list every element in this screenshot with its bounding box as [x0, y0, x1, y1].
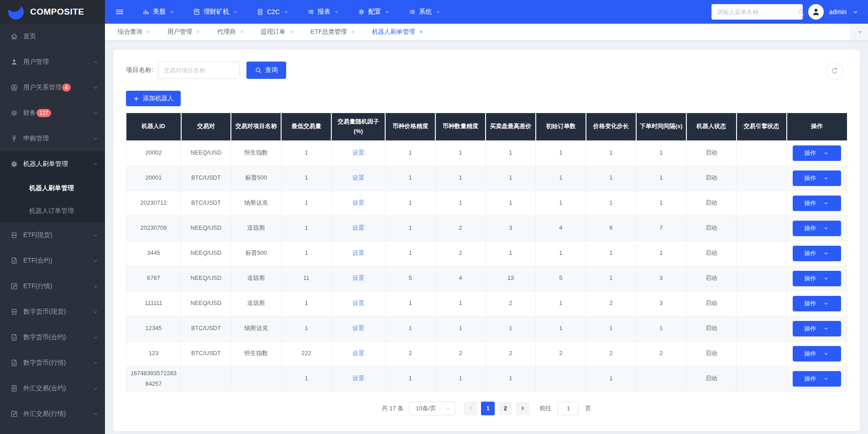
random-factor-cell: 设置	[331, 366, 385, 391]
page-button-2[interactable]: 2	[498, 402, 512, 415]
tab-2[interactable]: 代理商	[211, 24, 255, 40]
sidebar-item-5[interactable]: 机器人刷单管理	[0, 151, 105, 177]
sidebar-subitem-5-0[interactable]: 机器人刷单管理	[0, 177, 105, 200]
page-button-1[interactable]: 1	[481, 402, 495, 415]
sidebar-item-3[interactable]: 财务127	[0, 100, 105, 126]
tab-overflow-button[interactable]	[851, 24, 868, 40]
tab-5[interactable]: 机器人刷单管理	[366, 24, 434, 40]
random-factor-cell: 设置	[331, 241, 385, 266]
sidebar-item-6[interactable]: ETF(现货)	[0, 222, 105, 248]
topnav-item-4[interactable]: 配置	[358, 8, 390, 16]
row-action-button[interactable]: 操作	[793, 271, 841, 286]
sidebar-item-10[interactable]: 数字货币(合约)	[0, 325, 105, 350]
set-link[interactable]: 设置	[352, 375, 364, 382]
prev-page-button[interactable]	[464, 402, 477, 415]
table-cell: 7	[636, 216, 686, 241]
subscribe-icon	[10, 134, 18, 143]
chevron-down-icon	[384, 9, 390, 15]
project-name-input[interactable]	[158, 62, 240, 79]
table-cell: BTC/USDT	[181, 165, 231, 191]
tab-4[interactable]: ETF总类管理	[304, 24, 366, 40]
set-link[interactable]: 设置	[352, 199, 364, 206]
topnav-item-3[interactable]: 报表	[307, 8, 340, 16]
chevron-down-icon	[283, 9, 289, 15]
tab-3[interactable]: 提现订单	[255, 24, 304, 40]
tab-label: 用户管理	[167, 24, 192, 40]
set-link[interactable]: 设置	[352, 174, 364, 181]
table-cell: 启动	[686, 291, 737, 316]
sidebar-item-0[interactable]: 首页	[0, 24, 105, 49]
refresh-button[interactable]	[826, 62, 843, 80]
topnav-item-1[interactable]: 理财矿机	[193, 8, 238, 16]
set-link[interactable]: 设置	[352, 350, 364, 356]
row-action-button[interactable]: 操作	[793, 371, 841, 387]
next-page-button[interactable]	[516, 402, 529, 415]
tab-1[interactable]: 用户管理	[161, 24, 211, 40]
sidebar-item-8[interactable]: ETF(行情)	[0, 274, 105, 299]
username[interactable]: admin	[829, 8, 847, 16]
sidebar-subitem-5-1[interactable]: 机器人订单管理	[0, 200, 105, 222]
row-action-button[interactable]: 操作	[793, 346, 841, 362]
topnav-item-5[interactable]: 系统	[408, 8, 441, 16]
set-link[interactable]: 设置	[352, 149, 364, 156]
topnav-item-0[interactable]: 美股	[142, 8, 175, 16]
goto-page-input[interactable]	[558, 402, 579, 415]
sidebar-item-12[interactable]: 外汇交易(合约)	[0, 376, 105, 401]
table-cell: 标普500	[231, 165, 281, 191]
sidebar-item-1[interactable]: 用户管理	[0, 49, 105, 75]
tab-close-icon[interactable]	[289, 29, 294, 35]
page-size-select[interactable]: 10条/页	[409, 402, 455, 415]
menu-search-input[interactable]	[717, 9, 797, 16]
set-link[interactable]: 设置	[352, 325, 364, 331]
row-action-button[interactable]: 操作	[793, 321, 841, 336]
tab-close-icon[interactable]	[350, 29, 356, 35]
sidebar-item-13[interactable]: 外汇交易(行情)	[0, 401, 105, 427]
column-header: 币种价格精度	[385, 113, 435, 140]
set-link[interactable]: 设置	[352, 224, 364, 231]
table-cell: 1	[385, 241, 435, 266]
tab-0[interactable]: 综合查询	[111, 24, 161, 40]
table-row: 20002NEEQ/USD恒生指数1设置111111启动操作	[126, 140, 847, 165]
row-action-button[interactable]: 操作	[793, 246, 841, 261]
sidebar-item-9[interactable]: 数字货币(现货)	[0, 299, 105, 325]
avatar[interactable]	[808, 4, 824, 20]
sidebar-item-7[interactable]: ETF(合约)	[0, 248, 105, 274]
table-cell: 1	[536, 316, 586, 341]
row-action-button[interactable]: 操作	[793, 145, 841, 161]
sidebar-item-4[interactable]: 申购管理	[0, 126, 105, 151]
tab-close-icon[interactable]	[418, 29, 424, 35]
row-action-button[interactable]: 操作	[793, 296, 841, 311]
table-cell: 2	[435, 341, 486, 366]
list-icon	[307, 8, 314, 16]
tab-close-icon[interactable]	[239, 29, 245, 35]
table-cell: 1	[486, 316, 536, 341]
tab-close-icon[interactable]	[146, 29, 151, 35]
set-link[interactable]: 设置	[352, 300, 364, 306]
menu-search[interactable]	[711, 4, 803, 20]
row-action-button[interactable]: 操作	[793, 170, 841, 186]
topnav-item-2[interactable]: C2C	[256, 8, 289, 16]
table-cell: 1	[636, 241, 686, 266]
row-action-button[interactable]: 操作	[793, 221, 841, 236]
column-header: 初始订单数	[536, 113, 586, 140]
sidebar-item-11[interactable]: 数字货币(行情)	[0, 350, 105, 376]
user-menu-chevron-icon[interactable]	[852, 9, 859, 16]
table-cell	[737, 316, 787, 341]
row-action-button[interactable]: 操作	[793, 196, 841, 211]
sidebar-group-12: 外汇交易(合约)	[0, 376, 105, 401]
chevron-down-icon	[823, 200, 829, 207]
sidebar-item-2[interactable]: 用户关系管理4	[0, 75, 105, 100]
set-link[interactable]: 设置	[352, 249, 364, 256]
sidebar-collapse-icon[interactable]	[115, 7, 124, 16]
table-cell	[737, 216, 787, 241]
set-link[interactable]: 设置	[352, 274, 364, 281]
contract-icon	[10, 257, 18, 265]
row-action-label: 操作	[805, 224, 816, 232]
table-cell: 1	[281, 291, 331, 316]
tab-label: 综合查询	[118, 24, 142, 40]
sidebar-group-7: ETF(合约)	[0, 248, 105, 274]
query-button[interactable]: 查询	[246, 62, 286, 79]
tab-close-icon[interactable]	[195, 29, 201, 35]
table-cell	[536, 366, 586, 391]
add-robot-button[interactable]: 添加机器人	[126, 91, 181, 106]
